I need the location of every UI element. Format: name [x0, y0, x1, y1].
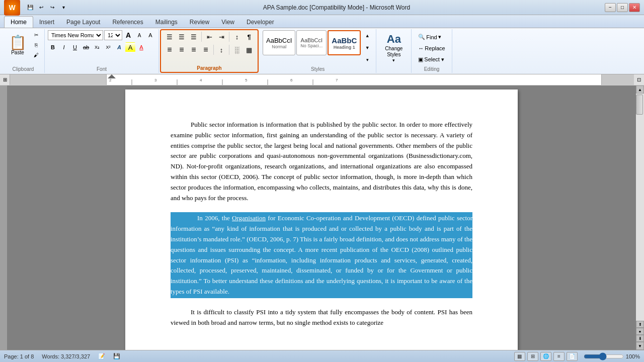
tab-review[interactable]: Review [184, 17, 215, 28]
format-painter-button[interactable]: 🖌 [31, 50, 41, 60]
svg-text:6: 6 [290, 78, 293, 82]
document-area: Public sector information is information… [0, 85, 644, 350]
style-normal[interactable]: AaBbCcI Normal [263, 30, 295, 55]
change-styles-label: ChangeStyles [385, 46, 403, 58]
restore-button[interactable]: □ [617, 3, 628, 12]
next-page-button[interactable]: ⬇ [636, 335, 644, 342]
paste-icon: 📋 [9, 36, 27, 50]
change-styles-button[interactable]: Aa ChangeStyles ▾ [382, 30, 405, 65]
undo-button[interactable]: ↩ [36, 3, 46, 13]
ruler-corner-button[interactable]: ⊞ [0, 74, 10, 85]
select-button[interactable]: ▣ Select ▾ [415, 55, 448, 64]
scroll-track[interactable] [636, 94, 644, 321]
print-layout-button[interactable]: ▦ [514, 352, 525, 361]
styles-more[interactable]: ▾ [362, 54, 373, 65]
ruler-main: 2 3 4 5 6 7 [107, 74, 601, 85]
style-heading1-name: Heading 1 [334, 45, 355, 50]
ribbon-tabs: Home Insert Page Layout References Maili… [0, 15, 644, 28]
bullets-button[interactable]: ☰ [164, 31, 175, 42]
redo-button[interactable]: ↪ [47, 3, 57, 13]
scroll-down-button[interactable]: ▼ [636, 342, 644, 350]
replace-label: Replace [425, 45, 445, 51]
shading-button[interactable]: ░ [231, 44, 243, 55]
numbering-button[interactable]: ☰ [176, 31, 187, 42]
sort-button[interactable]: ↕ [231, 31, 243, 42]
replace-button[interactable]: ↔ Replace [415, 44, 448, 53]
qat-dropdown[interactable]: ▾ [58, 3, 68, 13]
style-heading1[interactable]: AaBbC Heading 1 [328, 30, 361, 55]
prev-page-button[interactable]: ⬆ [636, 321, 644, 328]
clipboard-label: Clipboard [13, 66, 34, 72]
ruler-end-button[interactable]: ⊡ [634, 74, 644, 85]
scroll-up-button[interactable]: ▲ [636, 85, 644, 94]
font-group: Times New Roman 12 A A A B I U ab X₂ X² … [45, 29, 159, 73]
align-left-button[interactable]: ≡ [164, 44, 175, 55]
copy-button[interactable]: ⎘ [31, 40, 41, 50]
font-grow-button[interactable]: A [123, 30, 133, 40]
highlight-button[interactable]: A [125, 42, 135, 52]
ruler-right-margin [601, 74, 634, 85]
font-name-select[interactable]: Times New Roman [48, 30, 103, 40]
full-screen-reading-button[interactable]: ⊞ [527, 352, 538, 361]
outline-view-button[interactable]: ≡ [553, 352, 565, 361]
paste-button[interactable]: 📋 Paste [5, 30, 30, 60]
find-icon: 🔍 [418, 34, 425, 40]
text-effects-button[interactable]: A [114, 42, 124, 52]
bold-button[interactable]: B [48, 42, 58, 52]
font-clear-button[interactable]: A [145, 30, 155, 40]
clipboard-small-buttons: ✂ ⎘ 🖌 [31, 30, 41, 60]
tab-mailings[interactable]: Mailings [149, 17, 184, 28]
underline-button[interactable]: U [70, 42, 80, 52]
close-button[interactable]: ✕ [629, 3, 640, 12]
show-hide-button[interactable]: ¶ [244, 31, 255, 42]
svg-text:4: 4 [200, 78, 202, 82]
change-styles-group: Aa ChangeStyles ▾ [376, 29, 412, 73]
window-controls: − □ ✕ [605, 3, 640, 12]
justify-button[interactable]: ≡ [200, 44, 211, 55]
tab-insert[interactable]: Insert [33, 17, 60, 28]
title-bar-left: W 💾 ↩ ↪ ▾ [4, 0, 68, 16]
style-nospace-name: No Spaci... [300, 43, 323, 48]
decrease-indent-button[interactable]: ⇤ [204, 31, 215, 42]
tab-home[interactable]: Home [4, 16, 33, 28]
subscript-button[interactable]: X₂ [92, 42, 102, 52]
font-content: Times New Roman 12 A A A B I U ab X₂ X² … [48, 30, 155, 72]
styles-scroll-up[interactable]: ▲ [362, 30, 373, 41]
find-button[interactable]: 🔍 Find ▾ [415, 32, 444, 42]
draft-view-button[interactable]: 📄 [567, 352, 578, 361]
font-color-button[interactable]: A [136, 42, 146, 52]
borders-button[interactable]: ▦ [244, 44, 255, 55]
line-spacing-button[interactable]: ↕ [216, 44, 227, 55]
change-styles-dropdown: ▾ [392, 58, 395, 63]
style-nospace[interactable]: AaBbCcI No Spaci... [296, 30, 327, 55]
tab-view[interactable]: View [215, 17, 240, 28]
increase-indent-button[interactable]: ⇥ [216, 31, 227, 42]
styles-nav: ▲ ▼ ▾ [362, 30, 373, 65]
align-right-button[interactable]: ≡ [188, 44, 199, 55]
scroll-thumb[interactable] [636, 95, 643, 115]
select-browse-button[interactable]: ● [636, 328, 644, 335]
tab-developer[interactable]: Developer [240, 17, 280, 28]
editing-group: 🔍 Find ▾ ↔ Replace ▣ Select ▾ Editing [412, 29, 452, 73]
paragraph-3: It is difficult to classify PSI into a t… [171, 307, 472, 328]
multilevel-button[interactable]: ☰ [188, 31, 199, 42]
styles-group: AaBbCcI Normal AaBbCcI No Spaci... AaBbC… [260, 29, 376, 73]
styles-scroll-down[interactable]: ▼ [362, 42, 373, 53]
font-shrink-button[interactable]: A [134, 30, 144, 40]
save-button[interactable]: 💾 [25, 3, 35, 13]
superscript-button[interactable]: X² [103, 42, 113, 52]
save-icon: 💾 [113, 353, 120, 359]
strikethrough-button[interactable]: ab [81, 42, 91, 52]
italic-button[interactable]: I [59, 42, 69, 52]
cut-button[interactable]: ✂ [31, 30, 41, 40]
minimize-button[interactable]: − [605, 3, 616, 12]
word-count: Words: 3,327/3,327 [42, 353, 90, 359]
font-size-select[interactable]: 12 [104, 30, 122, 40]
ribbon: 📋 Paste ✂ ⎘ 🖌 Clipboard Times New Roman … [0, 28, 644, 74]
web-layout-button[interactable]: 🌐 [540, 352, 551, 361]
zoom-slider[interactable] [584, 353, 624, 359]
tab-references[interactable]: References [106, 17, 149, 28]
document-page[interactable]: Public sector information is information… [125, 89, 518, 350]
tab-page-layout[interactable]: Page Layout [60, 17, 106, 28]
align-center-button[interactable]: ≡ [176, 44, 187, 55]
